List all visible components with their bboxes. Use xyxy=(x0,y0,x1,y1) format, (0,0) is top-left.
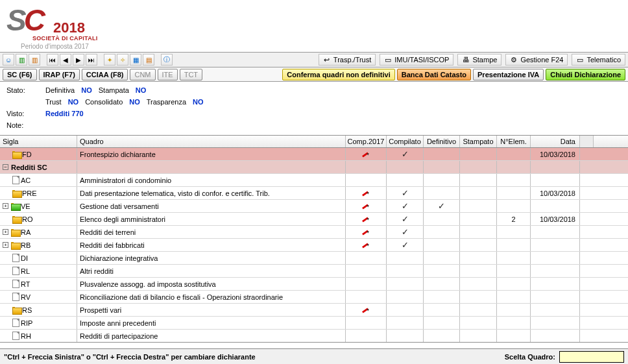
star-icon[interactable]: ✦ xyxy=(104,54,115,66)
nelem-cell xyxy=(497,187,531,199)
table-row[interactable]: FDFrontespizio dichiarante✓10/03/2018 xyxy=(0,148,628,161)
data-cell xyxy=(531,317,580,329)
nav-person-icon[interactable]: ☺ xyxy=(3,54,14,66)
sigla-cell[interactable]: RT xyxy=(0,278,77,290)
comp-cell xyxy=(346,317,387,329)
table-row[interactable]: DIDichiarazione integrativa xyxy=(0,252,628,265)
nav-last-icon[interactable]: ⏭ xyxy=(86,54,97,66)
table-row[interactable]: RHRedditi di partecipazione xyxy=(0,330,628,343)
sigla-cell[interactable]: RH xyxy=(0,330,77,342)
col-stampato[interactable]: Stampato xyxy=(460,136,497,147)
col-definitivo[interactable]: Definitivo xyxy=(424,136,460,147)
expand-icon[interactable]: + xyxy=(3,229,8,235)
document-icon xyxy=(12,267,19,275)
gear-icon: ⚙ xyxy=(510,56,518,64)
comp-cell xyxy=(346,239,387,251)
data-cell xyxy=(531,291,580,303)
list-icon[interactable]: ▤ xyxy=(143,54,154,66)
nav-prev-icon[interactable]: ◀ xyxy=(60,54,71,66)
sigla-cell[interactable]: DI xyxy=(0,252,77,264)
table-row[interactable]: +RBRedditi dei fabbricati✓ xyxy=(0,239,628,252)
table-row[interactable]: RTPlusvalenze assogg. ad imposta sostitu… xyxy=(0,278,628,291)
col-nelem[interactable]: N°Elem. xyxy=(497,136,531,147)
stampato-cell xyxy=(460,187,497,199)
nelem-cell xyxy=(497,291,531,303)
tab-ite[interactable]: ITE xyxy=(158,69,178,80)
sigla-text: RH xyxy=(21,332,31,340)
section-cell[interactable]: −Redditi SC xyxy=(0,161,77,173)
collapse-icon[interactable]: − xyxy=(3,164,8,170)
sigla-cell[interactable]: +RB xyxy=(0,239,77,251)
nav-layout2-icon[interactable]: ▥ xyxy=(29,54,40,66)
logo: SC 2018 SOCIETÀ DI CAPITALI Periodo d'im… xyxy=(6,3,622,40)
nelem-cell xyxy=(497,239,531,251)
stampe-button[interactable]: 🖶 Stampe xyxy=(457,54,501,66)
sigla-cell[interactable]: +VE xyxy=(0,200,77,212)
presentazione-iva-button[interactable]: Presentazione IVA xyxy=(473,69,544,80)
expand-icon[interactable]: + xyxy=(3,242,8,248)
col-comp[interactable]: Comp.2017 xyxy=(346,136,387,147)
conferma-quadri-button[interactable]: Conferma quadri non definitivi xyxy=(282,69,395,80)
sigla-cell[interactable]: RV xyxy=(0,291,77,303)
folder-icon xyxy=(11,228,19,236)
sigla-cell[interactable]: +RA xyxy=(0,226,77,238)
sigla-cell[interactable]: PRE xyxy=(0,187,77,199)
nav-first-icon[interactable]: ⏮ xyxy=(47,54,58,66)
table-row[interactable]: RSProspetti vari xyxy=(0,304,628,317)
table-body[interactable]: FDFrontespizio dichiarante✓10/03/2018−Re… xyxy=(0,148,628,343)
trasp-trust-button[interactable]: ↩ Trasp./Trust xyxy=(319,54,376,66)
stampato-cell xyxy=(460,265,497,277)
col-quadro[interactable]: Quadro xyxy=(77,136,346,147)
grid-icon[interactable]: ▦ xyxy=(130,54,141,66)
document-icon xyxy=(12,332,19,340)
info-icon[interactable]: ⓘ xyxy=(161,54,173,66)
scelta-quadro-input[interactable] xyxy=(559,351,624,363)
table-row[interactable]: +VEGestione dati versamenti✓✓ xyxy=(0,200,628,213)
pencil-icon xyxy=(361,241,370,250)
definitivo-cell xyxy=(424,174,460,186)
nav-next-icon[interactable]: ▶ xyxy=(73,54,84,66)
pencil-icon xyxy=(361,215,370,224)
tab-tct[interactable]: TCT xyxy=(180,69,202,80)
compilato-cell: ✓ xyxy=(387,213,424,225)
nelem-cell xyxy=(497,265,531,277)
sigla-text: RL xyxy=(21,267,30,275)
gestione-f24-button[interactable]: ⚙ Gestione F24 xyxy=(505,54,568,66)
table-row[interactable]: RLAltri redditi xyxy=(0,265,628,278)
sigla-cell[interactable]: AC xyxy=(0,174,77,186)
tab-sc[interactable]: SC (F6) xyxy=(3,69,37,80)
sigla-cell[interactable]: RO xyxy=(0,213,77,225)
table-row[interactable]: PREDati presentazione telematica, visto … xyxy=(0,187,628,200)
nelem-cell xyxy=(497,226,531,238)
definitivo-cell xyxy=(424,213,460,225)
definitivo-cell xyxy=(424,330,460,342)
table-row[interactable]: −Redditi SC xyxy=(0,161,628,174)
sigla-cell[interactable]: RS xyxy=(0,304,77,316)
table-row[interactable]: ACAmministratori di condominio xyxy=(0,174,628,187)
banca-dati-button[interactable]: Banca Dati Catasto xyxy=(397,69,471,80)
chiudi-dichiarazione-button[interactable]: Chiudi Dichiarazione xyxy=(546,69,625,80)
tab-irap[interactable]: IRAP (F7) xyxy=(39,69,80,80)
col-compilato[interactable]: Compilato xyxy=(387,136,424,147)
definitivo-cell xyxy=(424,239,460,251)
col-sigla[interactable]: Sigla xyxy=(0,136,77,147)
table-row[interactable]: +RARedditi dei terreni✓ xyxy=(0,226,628,239)
data-cell xyxy=(531,278,580,290)
star2-icon[interactable]: ✧ xyxy=(117,54,128,66)
telematico-button[interactable]: ▭ Telematico xyxy=(572,54,625,66)
sigla-cell[interactable]: RIP xyxy=(0,317,77,329)
tab-cciaa[interactable]: CCIAA (F8) xyxy=(82,69,128,80)
sigla-cell[interactable]: FD xyxy=(0,148,77,160)
imu-button[interactable]: ▭ IMU/TASI/ISCOP xyxy=(380,54,453,66)
nav-layout1-icon[interactable]: ▥ xyxy=(16,54,27,66)
document-icon xyxy=(12,254,19,262)
sigla-cell[interactable]: RL xyxy=(0,265,77,277)
table-row[interactable]: ROElenco degli amministratori✓210/03/201… xyxy=(0,213,628,226)
expand-icon[interactable]: + xyxy=(3,203,8,209)
table-row[interactable]: RVRiconciliazione dati di bilancio e fis… xyxy=(0,291,628,304)
tab-cnm[interactable]: CNM xyxy=(130,69,155,80)
col-data[interactable]: Data xyxy=(531,136,580,147)
quadro-cell: Dati presentazione telematica, visto di … xyxy=(77,187,346,199)
table-row[interactable]: RIPImposte anni precedenti xyxy=(0,317,628,330)
quadro-cell: Prospetti vari xyxy=(77,304,346,316)
